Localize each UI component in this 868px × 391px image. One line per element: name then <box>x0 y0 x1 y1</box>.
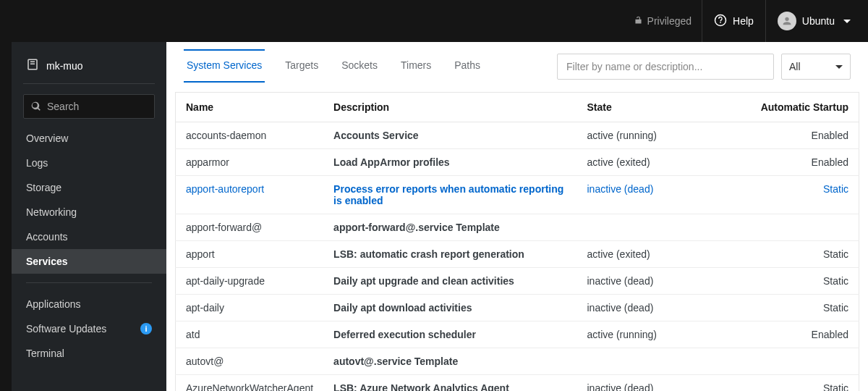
sidebar-item-services[interactable]: Services <box>12 249 166 274</box>
state-filter-label: All <box>789 61 801 72</box>
tab-paths[interactable]: Paths <box>451 51 483 83</box>
service-state: active (exited) <box>577 149 744 176</box>
sidebar-item-label: Overview <box>26 133 68 144</box>
search-icon <box>31 101 41 112</box>
privileged-indicator[interactable]: Privileged <box>624 0 702 42</box>
service-startup: Static <box>744 268 859 295</box>
tabs-row: System ServicesTargetsSocketsTimersPaths… <box>166 42 868 83</box>
help-label: Help <box>733 15 754 27</box>
sidebar-item-storage[interactable]: Storage <box>12 175 166 200</box>
hostname-label: mk-muo <box>46 60 83 72</box>
service-name: apport-forward@ <box>176 214 324 241</box>
sidebar-item-accounts[interactable]: Accounts <box>12 224 166 249</box>
service-description: Accounts Service <box>323 122 576 149</box>
service-description: Load AppArmor profiles <box>323 149 576 176</box>
chevron-down-icon <box>835 65 843 69</box>
service-description: Daily apt download activities <box>323 295 576 321</box>
sidebar-item-terminal[interactable]: Terminal <box>12 341 166 366</box>
help-menu[interactable]: Help <box>702 0 765 42</box>
tab-system-services[interactable]: System Services <box>184 49 265 83</box>
service-startup: Static <box>744 176 859 214</box>
tab-sockets[interactable]: Sockets <box>339 51 380 83</box>
sidebar-item-software-updates[interactable]: Software Updatesi <box>12 316 166 341</box>
topbar: Privileged Help Ubuntu <box>0 0 868 42</box>
sidebar-item-logs[interactable]: Logs <box>12 151 166 175</box>
nav-top: OverviewLogsStorageNetworkingAccountsSer… <box>12 126 166 274</box>
service-name: autovt@ <box>176 348 324 375</box>
table-row[interactable]: apt-dailyDaily apt download activitiesin… <box>176 295 859 321</box>
service-state: inactive (dead) <box>577 375 744 392</box>
divider <box>26 282 152 283</box>
service-startup: Static <box>744 375 859 392</box>
col-header-state[interactable]: State <box>577 93 744 122</box>
service-startup: Enabled <box>744 122 859 149</box>
table-row[interactable]: apparmorLoad AppArmor profilesactive (ex… <box>176 149 859 176</box>
tabs: System ServicesTargetsSocketsTimersPaths <box>184 51 550 83</box>
lock-open-icon <box>634 15 643 27</box>
user-menu[interactable]: Ubuntu <box>765 0 856 42</box>
sidebar-item-label: Storage <box>26 182 61 193</box>
search-placeholder: Search <box>47 101 79 112</box>
sidebar-item-label: Terminal <box>26 348 64 359</box>
service-startup <box>744 348 859 375</box>
service-description: autovt@.service Template <box>323 348 576 375</box>
service-state: inactive (dead) <box>577 268 744 295</box>
service-name: atd <box>176 321 324 348</box>
sidebar-item-label: Logs <box>26 157 48 169</box>
avatar <box>778 12 796 30</box>
sidebar-item-label: Applications <box>26 298 81 310</box>
hostname-row[interactable]: mk-muo <box>12 54 166 83</box>
service-startup <box>744 214 859 241</box>
info-icon: i <box>140 323 152 335</box>
filter-input[interactable] <box>557 54 774 80</box>
services-table: Name Description State Automatic Startup… <box>175 92 859 391</box>
col-header-startup[interactable]: Automatic Startup <box>744 93 859 122</box>
service-name: AzureNetworkWatcherAgent <box>176 375 324 392</box>
table-row[interactable]: AzureNetworkWatcherAgentLSB: Azure Netwo… <box>176 375 859 392</box>
service-name: apt-daily-upgrade <box>176 268 324 295</box>
table-row[interactable]: autovt@autovt@.service Template <box>176 348 859 375</box>
service-name: apport-autoreport <box>176 176 324 214</box>
user-label: Ubuntu <box>802 15 835 27</box>
main-content: System ServicesTargetsSocketsTimersPaths… <box>166 42 868 391</box>
divider <box>23 83 155 84</box>
service-state: inactive (dead) <box>577 295 744 321</box>
table-row[interactable]: apport-autoreportProcess error reports w… <box>176 176 859 214</box>
service-description: Daily apt upgrade and clean activities <box>323 268 576 295</box>
nav-bottom: ApplicationsSoftware UpdatesiTerminal <box>12 292 166 366</box>
left-gutter <box>0 42 12 391</box>
sidebar-item-networking[interactable]: Networking <box>12 200 166 224</box>
service-startup: Enabled <box>744 149 859 176</box>
chevron-down-icon <box>843 20 851 23</box>
sidebar-item-applications[interactable]: Applications <box>12 292 166 316</box>
service-state: active (running) <box>577 122 744 149</box>
table-row[interactable]: apport-forward@apport-forward@.service T… <box>176 214 859 241</box>
table-row[interactable]: apportLSB: automatic crash report genera… <box>176 241 859 268</box>
service-description: LSB: Azure Network Analytics Agent <box>323 375 576 392</box>
table-row[interactable]: atdDeferred execution scheduleractive (r… <box>176 321 859 348</box>
table-row[interactable]: accounts-daemonAccounts Serviceactive (r… <box>176 122 859 149</box>
search-input[interactable]: Search <box>23 94 155 119</box>
col-header-name[interactable]: Name <box>176 93 324 122</box>
server-icon <box>26 58 39 73</box>
service-state: active (running) <box>577 321 744 348</box>
sidebar: mk-muo Search OverviewLogsStorageNetwork… <box>12 42 166 391</box>
col-header-description[interactable]: Description <box>323 93 576 122</box>
privileged-label: Privileged <box>647 15 692 27</box>
sidebar-item-label: Services <box>26 256 68 267</box>
sidebar-item-label: Accounts <box>26 231 68 243</box>
service-state <box>577 214 744 241</box>
tab-timers[interactable]: Timers <box>398 51 434 83</box>
sidebar-item-overview[interactable]: Overview <box>12 126 166 151</box>
state-filter-select[interactable]: All <box>781 54 851 80</box>
service-startup: Static <box>744 295 859 321</box>
sidebar-item-label: Software Updates <box>26 323 106 335</box>
tab-targets[interactable]: Targets <box>282 51 321 83</box>
service-startup: Enabled <box>744 321 859 348</box>
table-row[interactable]: apt-daily-upgradeDaily apt upgrade and c… <box>176 268 859 295</box>
service-state: inactive (dead) <box>577 176 744 214</box>
service-startup: Static <box>744 241 859 268</box>
service-name: apparmor <box>176 149 324 176</box>
service-description: Deferred execution scheduler <box>323 321 576 348</box>
help-icon <box>714 14 727 29</box>
